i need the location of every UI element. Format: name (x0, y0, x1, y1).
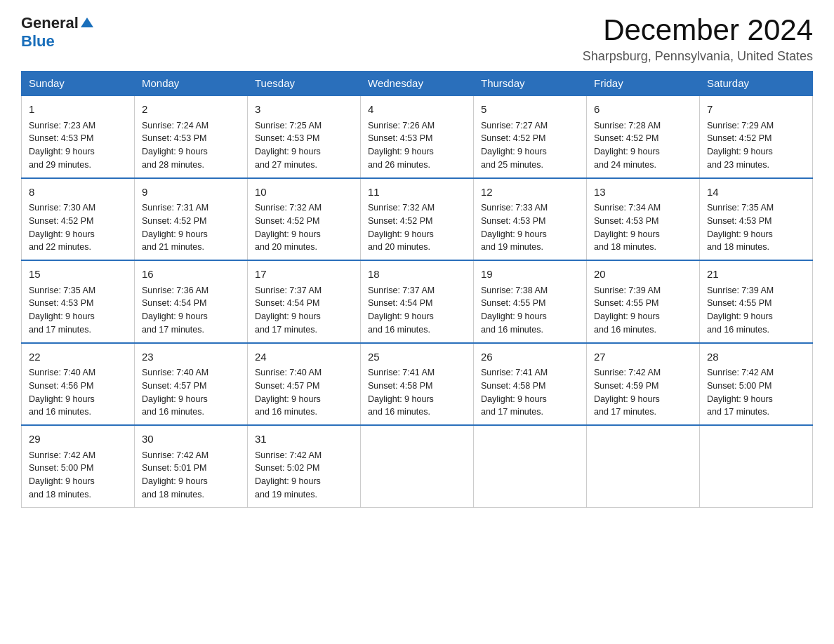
calendar-cell: 28Sunrise: 7:42 AMSunset: 5:00 PMDayligh… (700, 343, 813, 426)
day-info: Sunrise: 7:42 AMSunset: 5:01 PMDaylight:… (142, 449, 240, 502)
day-number: 14 (707, 185, 805, 201)
calendar-cell: 12Sunrise: 7:33 AMSunset: 4:53 PMDayligh… (474, 178, 587, 261)
calendar-cell: 9Sunrise: 7:31 AMSunset: 4:52 PMDaylight… (135, 178, 248, 261)
day-info: Sunrise: 7:31 AMSunset: 4:52 PMDaylight:… (142, 201, 240, 254)
logo-general-text: General (21, 14, 93, 32)
calendar-cell: 29Sunrise: 7:42 AMSunset: 5:00 PMDayligh… (22, 425, 135, 507)
day-info: Sunrise: 7:39 AMSunset: 4:55 PMDaylight:… (707, 284, 805, 337)
day-number: 25 (368, 349, 466, 365)
day-number: 6 (594, 102, 692, 118)
day-number: 7 (707, 102, 805, 118)
day-number: 8 (29, 185, 127, 201)
day-number: 3 (255, 102, 353, 118)
day-number: 21 (707, 267, 805, 283)
day-number: 4 (368, 102, 466, 118)
calendar-cell: 30Sunrise: 7:42 AMSunset: 5:01 PMDayligh… (135, 425, 248, 507)
day-info: Sunrise: 7:35 AMSunset: 4:53 PMDaylight:… (29, 284, 127, 337)
day-info: Sunrise: 7:42 AMSunset: 4:59 PMDaylight:… (594, 366, 692, 419)
day-number: 13 (594, 185, 692, 201)
calendar-table: SundayMondayTuesdayWednesdayThursdayFrid… (21, 71, 813, 508)
day-info: Sunrise: 7:33 AMSunset: 4:53 PMDaylight:… (481, 201, 579, 254)
day-info: Sunrise: 7:40 AMSunset: 4:56 PMDaylight:… (29, 366, 127, 419)
calendar-cell: 22Sunrise: 7:40 AMSunset: 4:56 PMDayligh… (22, 343, 135, 426)
calendar-cell: 11Sunrise: 7:32 AMSunset: 4:52 PMDayligh… (361, 178, 474, 261)
day-info: Sunrise: 7:24 AMSunset: 4:53 PMDaylight:… (142, 119, 240, 172)
day-info: Sunrise: 7:38 AMSunset: 4:55 PMDaylight:… (481, 284, 579, 337)
calendar-cell (587, 425, 700, 507)
calendar-week-row: 22Sunrise: 7:40 AMSunset: 4:56 PMDayligh… (22, 343, 813, 426)
day-info: Sunrise: 7:39 AMSunset: 4:55 PMDaylight:… (594, 284, 692, 337)
calendar-cell (700, 425, 813, 507)
day-info: Sunrise: 7:37 AMSunset: 4:54 PMDaylight:… (255, 284, 353, 337)
calendar-cell: 13Sunrise: 7:34 AMSunset: 4:53 PMDayligh… (587, 178, 700, 261)
calendar-cell: 26Sunrise: 7:41 AMSunset: 4:58 PMDayligh… (474, 343, 587, 426)
day-info: Sunrise: 7:42 AMSunset: 5:02 PMDaylight:… (255, 449, 353, 502)
day-info: Sunrise: 7:35 AMSunset: 4:53 PMDaylight:… (707, 201, 805, 254)
calendar-cell: 20Sunrise: 7:39 AMSunset: 4:55 PMDayligh… (587, 260, 700, 343)
day-info: Sunrise: 7:40 AMSunset: 4:57 PMDaylight:… (255, 366, 353, 419)
day-info: Sunrise: 7:32 AMSunset: 4:52 PMDaylight:… (255, 201, 353, 254)
day-number: 29 (29, 431, 127, 448)
calendar-cell: 6Sunrise: 7:28 AMSunset: 4:52 PMDaylight… (587, 95, 700, 178)
calendar-cell: 25Sunrise: 7:41 AMSunset: 4:58 PMDayligh… (361, 343, 474, 426)
title-block: December 2024 Sharpsburg, Pennsylvania, … (583, 14, 813, 64)
day-header-tuesday: Tuesday (248, 72, 361, 96)
day-number: 2 (142, 102, 240, 118)
day-info: Sunrise: 7:23 AMSunset: 4:53 PMDaylight:… (29, 119, 127, 172)
page-header: General Blue December 2024 Sharpsburg, P… (21, 14, 813, 64)
calendar-week-row: 15Sunrise: 7:35 AMSunset: 4:53 PMDayligh… (22, 260, 813, 343)
day-header-thursday: Thursday (474, 72, 587, 96)
calendar-cell: 1Sunrise: 7:23 AMSunset: 4:53 PMDaylight… (22, 95, 135, 178)
calendar-cell: 2Sunrise: 7:24 AMSunset: 4:53 PMDaylight… (135, 95, 248, 178)
day-info: Sunrise: 7:26 AMSunset: 4:53 PMDaylight:… (368, 119, 466, 172)
day-number: 9 (142, 185, 240, 201)
calendar-cell: 17Sunrise: 7:37 AMSunset: 4:54 PMDayligh… (248, 260, 361, 343)
day-number: 27 (594, 349, 692, 365)
day-number: 30 (142, 431, 240, 448)
day-info: Sunrise: 7:30 AMSunset: 4:52 PMDaylight:… (29, 201, 127, 254)
logo: General Blue (21, 14, 93, 51)
calendar-cell (474, 425, 587, 507)
day-info: Sunrise: 7:41 AMSunset: 4:58 PMDaylight:… (481, 366, 579, 419)
calendar-week-row: 1Sunrise: 7:23 AMSunset: 4:53 PMDaylight… (22, 95, 813, 178)
day-number: 18 (368, 267, 466, 283)
calendar-body: 1Sunrise: 7:23 AMSunset: 4:53 PMDaylight… (22, 95, 813, 507)
day-header-monday: Monday (135, 72, 248, 96)
day-number: 23 (142, 349, 240, 365)
calendar-cell: 23Sunrise: 7:40 AMSunset: 4:57 PMDayligh… (135, 343, 248, 426)
calendar-cell: 24Sunrise: 7:40 AMSunset: 4:57 PMDayligh… (248, 343, 361, 426)
logo-blue-label: Blue (21, 32, 55, 51)
day-info: Sunrise: 7:36 AMSunset: 4:54 PMDaylight:… (142, 284, 240, 337)
day-number: 17 (255, 267, 353, 283)
day-number: 31 (255, 431, 353, 448)
subtitle: Sharpsburg, Pennsylvania, United States (583, 49, 813, 64)
days-of-week-row: SundayMondayTuesdayWednesdayThursdayFrid… (22, 72, 813, 96)
day-number: 11 (368, 185, 466, 201)
calendar-cell (361, 425, 474, 507)
day-number: 28 (707, 349, 805, 365)
day-info: Sunrise: 7:28 AMSunset: 4:52 PMDaylight:… (594, 119, 692, 172)
day-info: Sunrise: 7:37 AMSunset: 4:54 PMDaylight:… (368, 284, 466, 337)
day-info: Sunrise: 7:34 AMSunset: 4:53 PMDaylight:… (594, 201, 692, 254)
calendar-cell: 4Sunrise: 7:26 AMSunset: 4:53 PMDaylight… (361, 95, 474, 178)
day-info: Sunrise: 7:42 AMSunset: 5:00 PMDaylight:… (707, 366, 805, 419)
calendar-cell: 15Sunrise: 7:35 AMSunset: 4:53 PMDayligh… (22, 260, 135, 343)
calendar-cell: 21Sunrise: 7:39 AMSunset: 4:55 PMDayligh… (700, 260, 813, 343)
day-number: 12 (481, 185, 579, 201)
calendar-week-row: 29Sunrise: 7:42 AMSunset: 5:00 PMDayligh… (22, 425, 813, 507)
day-number: 22 (29, 349, 127, 365)
calendar-cell: 5Sunrise: 7:27 AMSunset: 4:52 PMDaylight… (474, 95, 587, 178)
day-header-wednesday: Wednesday (361, 72, 474, 96)
calendar-cell: 31Sunrise: 7:42 AMSunset: 5:02 PMDayligh… (248, 425, 361, 507)
day-number: 10 (255, 185, 353, 201)
calendar-cell: 19Sunrise: 7:38 AMSunset: 4:55 PMDayligh… (474, 260, 587, 343)
day-info: Sunrise: 7:42 AMSunset: 5:00 PMDaylight:… (29, 449, 127, 502)
logo-general-label: General (21, 14, 79, 32)
calendar-cell: 7Sunrise: 7:29 AMSunset: 4:52 PMDaylight… (700, 95, 813, 178)
calendar-cell: 16Sunrise: 7:36 AMSunset: 4:54 PMDayligh… (135, 260, 248, 343)
calendar-cell: 10Sunrise: 7:32 AMSunset: 4:52 PMDayligh… (248, 178, 361, 261)
calendar-cell: 14Sunrise: 7:35 AMSunset: 4:53 PMDayligh… (700, 178, 813, 261)
day-info: Sunrise: 7:40 AMSunset: 4:57 PMDaylight:… (142, 366, 240, 419)
calendar-cell: 27Sunrise: 7:42 AMSunset: 4:59 PMDayligh… (587, 343, 700, 426)
main-title: December 2024 (583, 14, 813, 46)
